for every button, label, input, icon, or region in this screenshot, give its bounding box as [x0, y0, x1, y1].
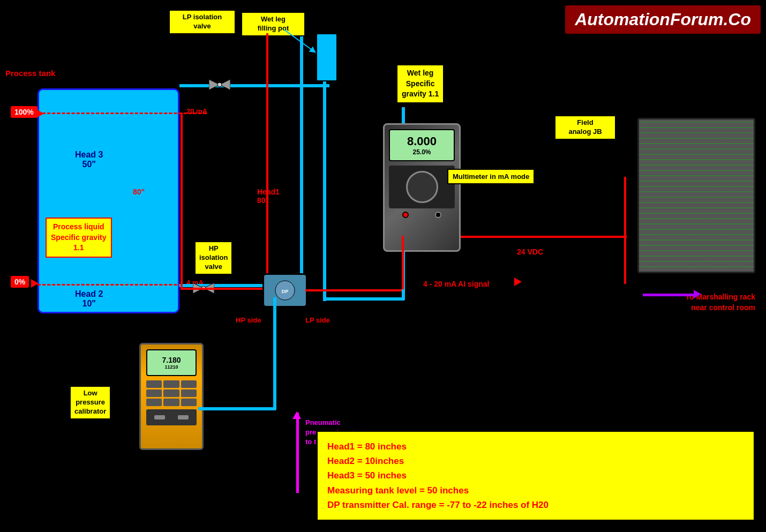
pink-pneumatic-v: [296, 413, 299, 493]
purple-arrow: [694, 290, 701, 298]
info-line-2: Head2 = 10inches: [327, 454, 744, 468]
lp-valve-symbol: [209, 79, 230, 92]
info-line-1: Head1 = 80 inches: [327, 439, 744, 454]
blue-pipe-lp-v: [300, 33, 303, 296]
info-line-5: DP transmitter Cal. range = -77 to -22 i…: [327, 498, 744, 512]
calibrator-display: 7.180 11210: [146, 349, 197, 376]
lp-calibrator-label: Lowpressurecalibrator: [70, 386, 111, 419]
filling-pot-arrow: [284, 29, 327, 62]
hp-side-label: HP side: [236, 316, 261, 324]
head3-label: Head 350": [75, 150, 103, 169]
dp-transmitter: DP: [262, 273, 305, 305]
multimeter-display: 8.000 25.0%: [389, 129, 455, 161]
multimeter-main-value: 8.000: [407, 134, 437, 148]
blue-lp-h: [325, 297, 404, 301]
multimeter-device: 8.000 25.0%: [383, 123, 461, 252]
blue-pipe-top-h: [179, 84, 329, 87]
hp-isolation-text: HPisolationvalve: [199, 244, 228, 271]
red-wire-jb-v: [624, 177, 626, 284]
calibrator-main: 7.180: [162, 356, 181, 364]
logo-text: AutomationForum.Co: [575, 10, 751, 29]
lp-isolation-valve-label: LP isolationvalve: [169, 10, 236, 34]
red-pipe-lp-v: [266, 33, 268, 301]
red-wire-to-mm-v: [402, 236, 404, 289]
vdc-24-label: 24 VDC: [517, 248, 543, 256]
red-wire-jb-h: [461, 236, 627, 238]
red-pipe-hp-h: [181, 288, 274, 290]
svg-text:DP: DP: [282, 289, 289, 294]
info-line-3: Head3 = 50 inches: [327, 468, 744, 483]
calibrator-device: 7.180 11210: [139, 343, 204, 450]
purple-wire: [643, 294, 696, 296]
head2-label: Head 210": [75, 289, 103, 309]
field-jb-label: Fieldanalog JB: [554, 115, 616, 140]
lp-isolation-text: LP isolationvalve: [183, 13, 222, 30]
svg-line-0: [284, 29, 313, 51]
jb-panel-inner: [639, 119, 754, 272]
process-liquid-sg-box: Process liquidSpecific gravity1.1: [46, 218, 112, 258]
arrow-0pct: [31, 279, 39, 288]
pink-arrow-up: [292, 411, 301, 419]
signal-arrow: [514, 278, 522, 286]
lp-calibrator-text: Lowpressurecalibrator: [74, 389, 106, 415]
info-box: Head1 = 80 inches Head2 = 10inches Head3…: [316, 430, 755, 521]
red-wire-to-mm-h: [305, 289, 402, 291]
multimeter-mode-label: Multimeter in mA mode: [447, 169, 535, 184]
process-tank: [37, 88, 179, 313]
svg-point-3: [217, 83, 222, 87]
calibrator-sub: 11210: [164, 364, 178, 370]
blue-cal-v: [273, 297, 276, 410]
field-jb-text: Fieldanalog JB: [568, 118, 602, 136]
info-line-4: Measuring tank level = 50 inches: [327, 483, 744, 498]
blue-cal-h: [198, 407, 276, 410]
signal-label: 4 - 20 mA AI signal: [423, 280, 489, 288]
wet-leg-sg-text: Wet legSpecificgravity 1.1: [402, 69, 439, 98]
lp-side-label: LP side: [305, 316, 330, 324]
jb-panel: [637, 118, 755, 273]
multimeter-mode-text: Multimeter in mA mode: [453, 173, 529, 181]
head1-label: Head180": [257, 188, 280, 205]
dim-80-label: 80": [133, 188, 145, 196]
logo-bar: AutomationForum.Co: [565, 5, 761, 34]
pct-100-label: 100%: [11, 106, 37, 118]
red-pipe-hp-v: [181, 113, 183, 289]
pct-0-label: 0%: [11, 276, 29, 288]
wet-leg-sg-box: Wet legSpecificgravity 1.1: [396, 64, 444, 103]
multimeter-sub-value: 25.0%: [412, 148, 431, 156]
process-tank-label: Process tank: [5, 69, 55, 78]
process-liquid-sg-text: Process liquidSpecific gravity1.1: [51, 222, 107, 252]
hp-isolation-valve-label: HPisolationvalve: [194, 241, 232, 275]
calibrator-buttons: [146, 380, 197, 406]
